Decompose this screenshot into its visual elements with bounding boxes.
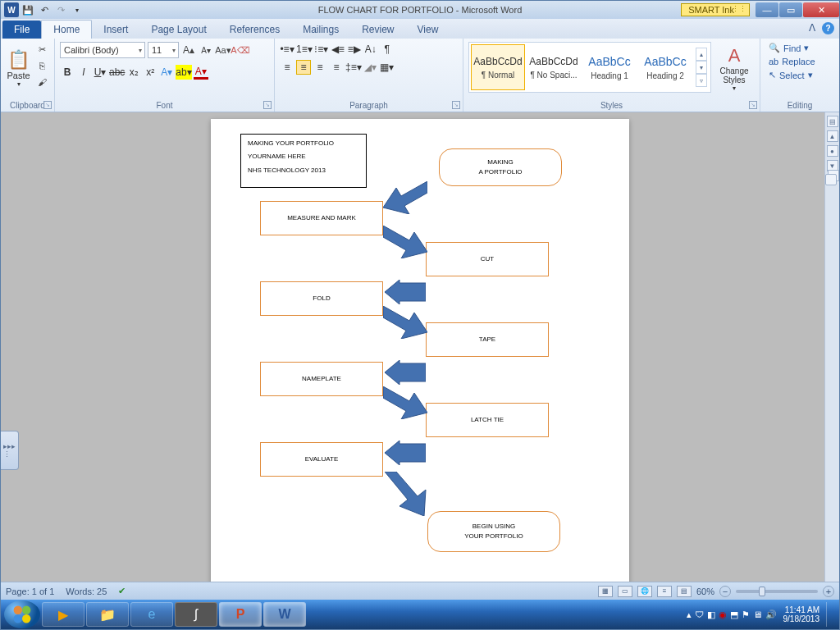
text-effects-icon[interactable]: A▾: [159, 65, 174, 80]
change-styles-button[interactable]: A Change Styles ▾: [714, 42, 754, 94]
arrow-1[interactable]: [383, 181, 427, 214]
tray-shield-icon[interactable]: 🛡: [695, 609, 704, 619]
italic-button[interactable]: I: [76, 65, 91, 80]
word-count[interactable]: Words: 25: [66, 587, 107, 596]
flowchart-fold[interactable]: FOLD: [260, 281, 383, 316]
page[interactable]: MAKING YOUR PORTFOLIO YOURNAME HERE NHS …: [211, 119, 629, 582]
borders-icon[interactable]: ▦▾: [380, 60, 395, 75]
clear-formatting-icon[interactable]: A⌫: [233, 43, 248, 57]
zoom-in-button[interactable]: +: [823, 586, 834, 597]
nav-up-icon[interactable]: ▲: [827, 130, 838, 142]
qat-dropdown-icon[interactable]: ▾: [70, 2, 84, 17]
tab-home[interactable]: Home: [41, 20, 92, 39]
print-layout-view-icon[interactable]: ▦: [598, 586, 613, 597]
tray-app3-icon[interactable]: ⬒: [730, 609, 738, 620]
highlight-icon[interactable]: ab▾: [176, 65, 191, 80]
paste-button[interactable]: 📋 Paste ▾: [6, 42, 31, 94]
style-normal[interactable]: AaBbCcDd¶ Normal: [471, 44, 525, 90]
align-left-icon[interactable]: ≡: [280, 60, 294, 75]
minimize-ribbon-icon[interactable]: ᐱ: [809, 22, 815, 34]
nav-object-icon[interactable]: ●: [827, 145, 838, 157]
zoom-level[interactable]: 60%: [696, 587, 714, 596]
shrink-font-icon[interactable]: A▾: [199, 43, 213, 57]
tab-view[interactable]: View: [406, 21, 450, 39]
style-heading2[interactable]: AaBbCcHeading 2: [638, 44, 692, 90]
tray-app1-icon[interactable]: ◧: [707, 609, 715, 620]
replace-button[interactable]: abReplace: [765, 56, 834, 67]
undo-icon[interactable]: ↶: [37, 2, 52, 17]
help-icon[interactable]: ?: [822, 22, 834, 34]
show-marks-icon[interactable]: ¶: [380, 42, 395, 57]
styles-gallery[interactable]: AaBbCcDd¶ Normal AaBbCcDd¶ No Spaci... A…: [468, 42, 711, 93]
flowchart-latch-tie[interactable]: LATCH TIE: [426, 403, 549, 437]
gallery-more-icon[interactable]: ▿: [696, 74, 707, 87]
gallery-up-icon[interactable]: ▴: [696, 48, 707, 61]
scroll-thumb[interactable]: [825, 174, 837, 185]
vertical-scrollbar[interactable]: [828, 170, 839, 181]
task-word[interactable]: W: [263, 602, 306, 627]
paragraph-launcher[interactable]: ↘: [452, 101, 460, 109]
tray-app2-icon[interactable]: ◉: [719, 609, 727, 620]
line-spacing-icon[interactable]: ‡≡▾: [345, 60, 362, 75]
save-icon[interactable]: 💾: [21, 2, 35, 17]
numbering-icon[interactable]: 1≡▾: [296, 42, 313, 57]
smart-ink-badge[interactable]: SMART Ink: [681, 3, 750, 16]
copy-icon[interactable]: ⎘: [34, 58, 49, 73]
draft-view-icon[interactable]: ▤: [677, 586, 692, 597]
close-button[interactable]: ✕: [803, 2, 839, 17]
word-icon[interactable]: W: [4, 2, 19, 17]
subscript-button[interactable]: x₂: [126, 65, 141, 80]
minimize-button[interactable]: —: [756, 2, 778, 17]
tab-page-layout[interactable]: Page Layout: [139, 21, 217, 39]
arrow-8[interactable]: [385, 472, 434, 516]
zoom-slider-thumb[interactable]: [759, 587, 765, 596]
title-text-box[interactable]: MAKING YOUR PORTFOLIO YOURNAME HERE NHS …: [240, 134, 367, 188]
proofing-icon[interactable]: ✔: [118, 586, 126, 596]
task-media-player[interactable]: ▶: [42, 602, 84, 627]
zoom-slider[interactable]: [736, 590, 818, 593]
shading-icon[interactable]: ◢▾: [363, 60, 378, 75]
task-smart[interactable]: ∫: [175, 602, 217, 627]
bullets-icon[interactable]: •≡▾: [280, 42, 294, 57]
arrow-4[interactable]: [383, 306, 427, 339]
format-painter-icon[interactable]: 🖌: [34, 75, 49, 89]
font-name-combo[interactable]: Calibri (Body): [60, 42, 145, 58]
gallery-down-icon[interactable]: ▾: [696, 61, 707, 74]
underline-button[interactable]: U▾: [93, 65, 107, 80]
show-desktop-button[interactable]: [826, 602, 833, 627]
taskbar-clock[interactable]: 11:41 AM 9/18/2013: [783, 605, 820, 623]
flowchart-tape[interactable]: TAPE: [426, 322, 549, 357]
ruler-toggle-icon[interactable]: ▤: [827, 116, 838, 127]
change-case-icon[interactable]: Aa▾: [216, 43, 231, 57]
strikethrough-button[interactable]: abc: [109, 65, 125, 80]
align-right-icon[interactable]: ≡: [313, 60, 327, 75]
tab-references[interactable]: References: [218, 21, 291, 39]
tab-file[interactable]: File: [2, 21, 41, 39]
start-button[interactable]: [4, 600, 40, 628]
arrow-3[interactable]: [385, 280, 426, 304]
arrow-6[interactable]: [383, 386, 427, 419]
styles-launcher[interactable]: ↘: [749, 101, 757, 109]
tray-flag-icon[interactable]: ⚑: [742, 609, 750, 620]
tray-volume-icon[interactable]: 🔊: [765, 609, 777, 620]
task-ie[interactable]: e: [130, 602, 173, 627]
flowchart-cut[interactable]: CUT: [426, 242, 549, 276]
document-area[interactable]: MAKING YOUR PORTFOLIO YOURNAME HERE NHS …: [1, 112, 839, 582]
increase-indent-icon[interactable]: ≡▶: [347, 42, 362, 57]
align-center-icon[interactable]: ≡: [296, 60, 311, 75]
maximize-button[interactable]: ▭: [779, 2, 802, 17]
sort-icon[interactable]: A↓: [363, 42, 378, 57]
outline-view-icon[interactable]: ≡: [657, 586, 672, 597]
tab-insert[interactable]: Insert: [92, 21, 139, 39]
flowchart-evaluate[interactable]: EVALUATE: [260, 442, 383, 477]
justify-icon[interactable]: ≡: [329, 60, 344, 75]
style-no-spacing[interactable]: AaBbCcDd¶ No Spaci...: [527, 44, 581, 90]
zoom-out-button[interactable]: −: [719, 586, 731, 597]
task-powerpoint[interactable]: P: [219, 602, 262, 627]
style-heading1[interactable]: AaBbCcHeading 1: [582, 44, 637, 90]
arrow-2[interactable]: [383, 226, 427, 258]
font-launcher[interactable]: ↘: [263, 101, 272, 109]
page-indicator[interactable]: Page: 1 of 1: [6, 587, 54, 596]
flowchart-nameplate[interactable]: NAMEPLATE: [260, 362, 383, 396]
font-color-icon[interactable]: A▾: [194, 65, 208, 80]
